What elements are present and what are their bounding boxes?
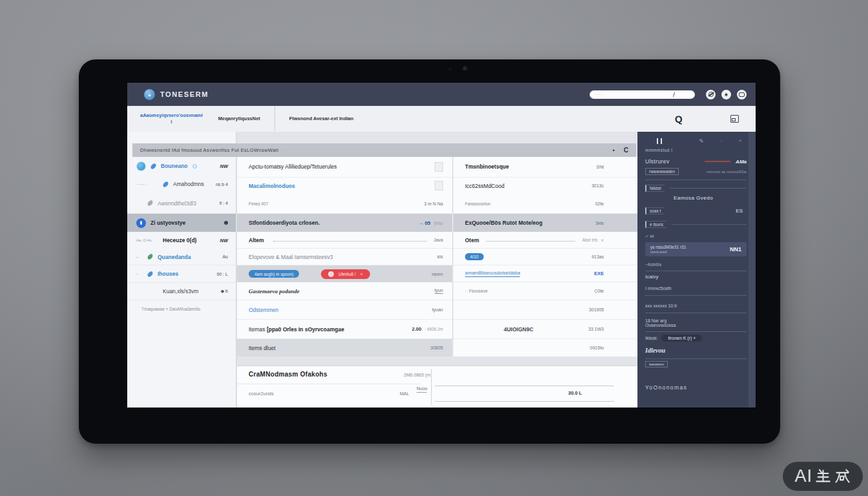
sidebar-item-kuan[interactable]: Kuan,xls/s3vm ◆ b — [127, 283, 236, 300]
window-restore-icon[interactable] — [730, 115, 739, 123]
chevron-down-icon[interactable]: ∨ — [601, 238, 604, 243]
chevron-up-icon[interactable]: ^ — [739, 138, 741, 144]
list-row[interactable]: Elopevove & Maal Iamsemsteesv3 kts — [237, 249, 452, 265]
panel-signature: Idlevou — [645, 347, 747, 354]
sidebar-item-label: Zi ustyovstye — [150, 220, 185, 226]
list-row[interactable]: Gastemaeva podande tyun — [237, 282, 452, 300]
tab-primary[interactable]: aAaomsy/qvsero'oosvnaml I — [132, 106, 211, 132]
pencil-icon[interactable]: ✎ — [699, 138, 704, 144]
tag-pill[interactable]: 4am augh) re spoon) — [249, 270, 299, 278]
camera-icon[interactable] — [737, 90, 747, 99]
search-caret — [673, 92, 675, 97]
spade-icon[interactable]: ♠ — [721, 90, 731, 99]
field-line — [670, 188, 747, 189]
field-tag[interactable]: soas t — [645, 207, 664, 214]
row-label: Elopevove & Maal Iamsemsteesv3 — [249, 254, 333, 260]
list-row[interactable]: ·· Fsvoswve C0te — [453, 282, 637, 300]
section-gap — [237, 356, 637, 366]
list-row[interactable]: Apctu-tomatsy Allilieduep/Tetuerules — [237, 156, 452, 178]
count-pill[interactable]: 4/10 — [465, 253, 484, 260]
list-row[interactable]: 301905 — [453, 300, 637, 320]
sidebar-item-label: Quanedanda — [158, 254, 191, 260]
list-row[interactable]: Fanssoosrton 02te — [453, 194, 637, 214]
list-row[interactable]: Macalimolnoduos — [237, 178, 452, 194]
list-row[interactable]: Itemas [ppa0 Orles In sOyrvcoamgae 2.00 … — [237, 320, 452, 339]
sidebar-item-bouneano[interactable]: Bouneano NW — [127, 157, 236, 175]
field-tag[interactable]: Nildslr — [645, 185, 665, 192]
panel-item[interactable]: xxx xxxxxx 10:9 — [645, 304, 747, 308]
list-row[interactable]: Altem Java — [237, 232, 452, 249]
hanzi-sheng-icon — [814, 468, 832, 485]
list-row[interactable]: 0915to — [453, 339, 637, 356]
dot-icon[interactable]: • — [613, 147, 615, 154]
sidebar-item-label: Bouneano — [161, 163, 188, 169]
highlighted-row[interactable]: 4am augh) re spoon) Ufet4u8 / × nexrn — [237, 265, 452, 282]
row-meta-link[interactable]: tyun — [435, 288, 443, 294]
sidebar-item-heceuze[interactable]: Aa :O.4u Heceuze 0(d) NW — [127, 232, 236, 249]
list-row[interactable]: 4/10 913as — [453, 249, 637, 265]
panel-field[interactable]: soas t ES — [645, 207, 747, 214]
tablet-device-frame: ▲ TONESERM ····· ♠ — [79, 59, 780, 444]
panel-subnote: rmvnvm as rsnooc9Gw — [707, 170, 747, 174]
field-tag[interactable]: e tsuns — [645, 221, 666, 228]
panel-item[interactable]: I rrnnxc5ceth — [645, 286, 747, 291]
orders-column: Apctu-tomatsy Allilieduep/Tetuerules Mac… — [237, 156, 452, 356]
avatar-icon — [136, 161, 146, 171]
details-column: Tmsnbinoetsque SNt Icc62ssMdCood 3013c F… — [452, 156, 637, 356]
sidebar-item-quanedanda[interactable]: ~ Quanedanda Ao — [127, 249, 236, 265]
panel-item: 18 Nar arg — [645, 318, 747, 323]
delete-button[interactable]: Ufet4u8 / × — [321, 269, 369, 279]
list-row[interactable]: Tmsnbinoetsque SNt — [453, 156, 637, 178]
row-meta: Abst trts — [582, 238, 597, 242]
list-row[interactable]: Otem Abst trts ∨ — [453, 232, 637, 249]
list-row[interactable]: Odstemmen tyuan — [237, 300, 452, 320]
list-row[interactable]: Icc62ssMdCood 3013c — [453, 178, 637, 194]
sidebar-item-active[interactable]: Zi ustyovstye — [127, 214, 236, 232]
section-title: Stfontidoserdiyota crlosen. — [249, 220, 320, 226]
globe-icon[interactable] — [706, 90, 716, 99]
page-toolbar: Dhwwsnsntd fAd fmusuud Asvwsnfiss Fut Es… — [132, 143, 636, 157]
section-header-row[interactable]: Stfontidoserdiyota crlosen. → 05 (lets) — [237, 214, 452, 232]
tab-secondary[interactable]: MeqanrytiqussNet — [211, 106, 268, 132]
sidebar-item-awsnnd[interactable]: Awsnndthel3dl3 9 : 4 — [127, 193, 236, 214]
grip-icon[interactable] — [657, 138, 662, 144]
row-meta: 0915to — [590, 346, 604, 350]
section-header-row[interactable]: ExQuooe/Bös Rutot Mote/eog 3kte — [453, 214, 637, 232]
panel-subheading[interactable]: rwwwwwaden — [645, 168, 679, 175]
panel-tag-box[interactable]: wwwtem — [645, 361, 668, 367]
row-link[interactable]: Odstemmen — [249, 307, 278, 313]
checkbox-label[interactable]: ✓ wi — [645, 234, 747, 239]
row-label: Tmsnbinoetsque — [465, 163, 509, 170]
list-row[interactable]: Fimes 007 3 m N Na — [237, 194, 452, 214]
panel-field[interactable]: Nildslr — [645, 185, 747, 192]
list-row[interactable]: 4UIOIGN9C 33 1W3 — [453, 320, 637, 339]
highlight-card[interactable]: ys rssu3M3e31 r31 www.sted NN1 — [645, 242, 747, 256]
refresh-icon[interactable]: C — [624, 147, 628, 154]
brand[interactable]: ▲ TONESERM — [144, 89, 209, 100]
search-input[interactable]: ····· — [590, 90, 695, 99]
sidebar-item-ihouses[interactable]: ~ Ihouses 90 : L — [127, 265, 236, 283]
row-link[interactable]: Macalimolnoduos — [249, 183, 295, 189]
divider-line — [645, 295, 747, 296]
panel-field[interactable]: e tsuns — [645, 221, 747, 228]
leaf-icon — [150, 163, 157, 169]
panel-note: ~Astellia — [645, 262, 747, 267]
search-bubble-icon[interactable]: Q — [674, 113, 683, 125]
row-amount-note: : 4606.Jm — [424, 327, 443, 331]
nav-actions: Q — [675, 106, 756, 132]
list-row[interactable]: amamBliseousdotseldsba EXE — [453, 265, 637, 282]
tab-label: Ftwsnond Avesar-ext Indian — [289, 116, 353, 122]
info-glyph — [140, 221, 142, 225]
panel-item-pill[interactable]: tironen K (r) + — [661, 335, 702, 342]
dot-icon[interactable]: · — [721, 138, 723, 144]
logo-icon: ▲ — [144, 89, 155, 100]
tab-sublabel: I — [170, 119, 172, 125]
panel-heading-value: AMa — [736, 159, 747, 165]
summary-zone: 30.0 L — [435, 386, 614, 402]
row-link[interactable]: amamBliseousdotseldsba — [465, 270, 520, 277]
tab-tertiary[interactable]: Ftwsnond Avesar-ext Indian — [282, 106, 361, 132]
panel-item-row[interactable]: Iklssk: tironen K (r) + — [645, 336, 747, 340]
row-meta: 3 m N Na — [424, 202, 443, 206]
sidebar-item-amahodmns[interactable]: - ---- - Amahodmns ns b 4 — [127, 175, 236, 193]
close-icon[interactable]: × — [360, 272, 363, 276]
